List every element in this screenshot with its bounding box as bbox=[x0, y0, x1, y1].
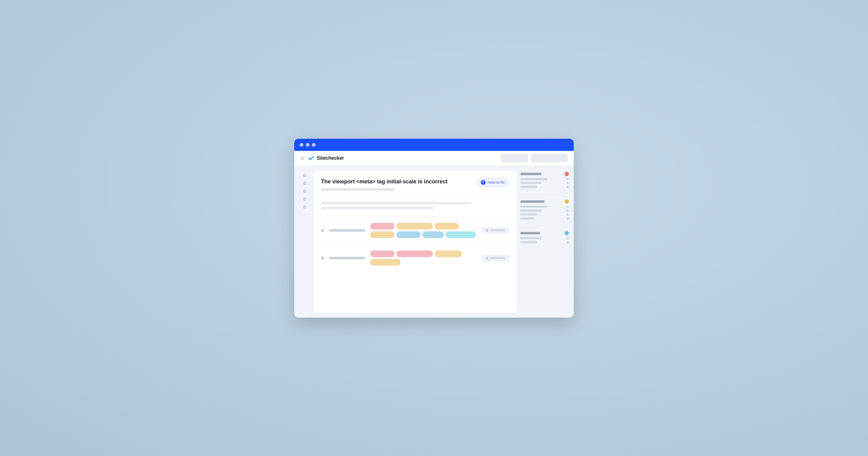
rp-sub-bars-3 bbox=[520, 237, 569, 243]
row-indicator-2 bbox=[321, 257, 324, 260]
row-indicator-1 bbox=[321, 229, 324, 232]
logo-text: Sitechecker bbox=[317, 156, 344, 161]
sidebar-dot-5 bbox=[303, 205, 306, 209]
navbar-left: Sitechecker bbox=[300, 155, 344, 162]
tag-pink2-1 bbox=[370, 251, 395, 257]
action-dot-2 bbox=[486, 257, 488, 259]
rp-title-row-2 bbox=[520, 199, 569, 204]
row-tags-2 bbox=[370, 251, 477, 266]
traffic-light-3 bbox=[312, 143, 315, 146]
rp-group-3 bbox=[520, 231, 569, 243]
placeholder-bar-2 bbox=[321, 207, 434, 209]
tag-yellow-2 bbox=[435, 223, 459, 230]
issue-subtitle-bar bbox=[321, 188, 394, 191]
rp-sub-row-1-1 bbox=[520, 178, 569, 180]
rp-dot-2-4 bbox=[566, 217, 569, 220]
placeholder-bar-1 bbox=[321, 202, 472, 204]
action-button-1[interactable] bbox=[482, 227, 509, 233]
rp-sub-row-3-1 bbox=[520, 237, 569, 239]
main-layout: The viewport <meta> tag initial-scale is… bbox=[294, 166, 574, 318]
rp-bar-2-3 bbox=[520, 214, 537, 216]
tag-pink2-2 bbox=[396, 251, 433, 257]
browser-titlebar bbox=[294, 139, 574, 151]
main-content: The viewport <meta> tag initial-scale is… bbox=[314, 171, 517, 313]
traffic-light-2 bbox=[306, 143, 309, 146]
tag-cyan-1 bbox=[445, 231, 476, 238]
browser-window: Sitechecker bbox=[294, 139, 574, 318]
rp-bar-2-2 bbox=[520, 209, 541, 211]
rp-group-2 bbox=[520, 199, 569, 220]
action-dot-1 bbox=[486, 229, 488, 232]
row-action-1 bbox=[482, 227, 509, 233]
logo-icon bbox=[308, 155, 314, 162]
rp-sub-row-2-1 bbox=[520, 205, 569, 208]
rp-badge-blue bbox=[565, 231, 569, 235]
issue-title: The viewport <meta> tag initial-scale is… bbox=[321, 178, 476, 185]
rp-dot-1-2 bbox=[566, 182, 569, 184]
tag-yellow-1 bbox=[396, 223, 433, 230]
row-action-2 bbox=[482, 255, 509, 261]
sidebar-dot-4 bbox=[303, 197, 306, 201]
issue-header: The viewport <meta> tag initial-scale is… bbox=[321, 178, 509, 197]
rp-title-row-1 bbox=[520, 172, 569, 176]
rp-dot-2-3 bbox=[566, 214, 569, 216]
rp-sub-bars-2 bbox=[520, 205, 569, 220]
rp-group-1 bbox=[520, 172, 569, 188]
rp-sub-row-2-3 bbox=[520, 214, 569, 216]
rp-dot-1-1 bbox=[566, 178, 569, 180]
rp-badge-red bbox=[565, 172, 569, 176]
rp-dot-2-1 bbox=[566, 205, 569, 208]
action-button-2[interactable] bbox=[482, 255, 509, 261]
rp-dot-3-2 bbox=[566, 241, 569, 243]
row-tags-1 bbox=[370, 223, 477, 238]
tag-pink-1 bbox=[370, 223, 395, 230]
rp-divider-1 bbox=[520, 194, 569, 195]
rp-dot-2-2 bbox=[566, 209, 569, 212]
rp-bar-1-2 bbox=[520, 182, 541, 184]
tag-yellow2-1 bbox=[435, 251, 462, 257]
how-to-fix-label: How to fix bbox=[488, 180, 505, 185]
browser-content: Sitechecker bbox=[294, 151, 574, 318]
rp-sub-row-1-3 bbox=[520, 186, 569, 188]
rp-dot-1-3 bbox=[566, 186, 569, 188]
rp-bar-2-4 bbox=[520, 217, 534, 220]
rp-badge-yellow bbox=[565, 199, 569, 204]
placeholder-area bbox=[321, 197, 509, 217]
rp-divider-2 bbox=[520, 226, 569, 226]
how-to-fix-button[interactable]: ? How to fix bbox=[476, 178, 509, 187]
rp-title-bar-3 bbox=[520, 232, 540, 234]
nav-btn-1[interactable] bbox=[501, 154, 528, 162]
data-row-2 bbox=[321, 245, 509, 272]
rp-title-row-3 bbox=[520, 231, 569, 235]
row-label-2 bbox=[329, 257, 365, 259]
tag-blue-1 bbox=[396, 231, 421, 238]
rp-bar-1-3 bbox=[520, 186, 537, 188]
rp-sub-bars-1 bbox=[520, 178, 569, 188]
sidebar-dot-2 bbox=[303, 182, 306, 185]
tag-blue-2 bbox=[423, 231, 444, 238]
nav-circle bbox=[300, 156, 305, 160]
rp-title-bar-1 bbox=[520, 173, 541, 175]
action-bar-2 bbox=[490, 257, 505, 259]
tag-yellow2-2 bbox=[370, 259, 401, 266]
right-panel bbox=[520, 171, 569, 313]
action-bar-1 bbox=[490, 229, 505, 231]
rp-title-bar-2 bbox=[520, 200, 545, 203]
rp-bar-3-1 bbox=[520, 237, 541, 239]
rp-sub-row-2-4 bbox=[520, 217, 569, 220]
rp-dot-3-1 bbox=[566, 237, 569, 239]
sidebar bbox=[299, 171, 310, 313]
help-icon: ? bbox=[481, 180, 486, 185]
nav-btn-2[interactable] bbox=[531, 154, 568, 162]
issue-title-area: The viewport <meta> tag initial-scale is… bbox=[321, 178, 476, 191]
rp-bar-1-1 bbox=[520, 178, 548, 180]
rp-sub-row-1-2 bbox=[520, 182, 569, 184]
traffic-light-1 bbox=[300, 143, 303, 146]
navbar: Sitechecker bbox=[294, 151, 574, 166]
row-label-1 bbox=[329, 229, 365, 232]
logo-area: Sitechecker bbox=[308, 155, 344, 162]
sidebar-dot-1 bbox=[303, 174, 306, 177]
data-row-1 bbox=[321, 217, 509, 245]
rp-bar-3-2 bbox=[520, 241, 537, 243]
rp-sub-row-2-2 bbox=[520, 209, 569, 212]
